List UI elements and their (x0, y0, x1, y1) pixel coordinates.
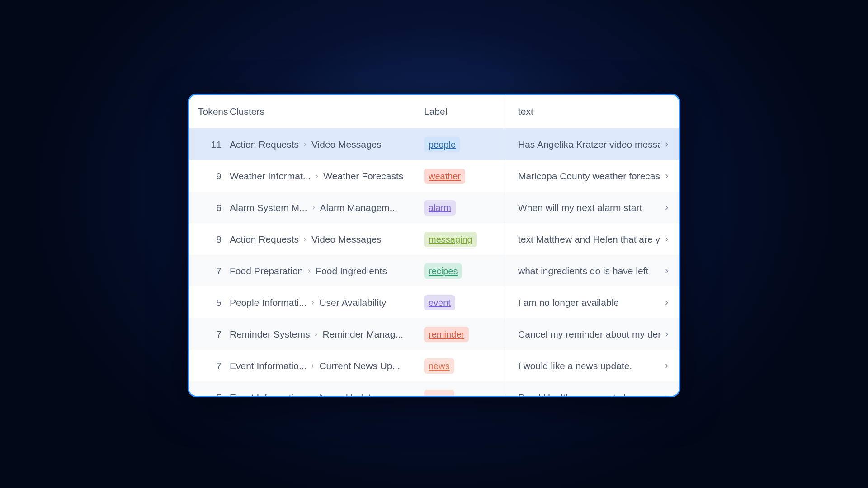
cluster-secondary: Video Messages (311, 139, 382, 150)
table-row[interactable]: 7Food PreparationFood Ingredientsrecipes… (189, 255, 679, 286)
label-badge[interactable]: alarm (424, 200, 456, 216)
header-label[interactable]: Label (424, 95, 505, 128)
chevron-right-icon (313, 332, 319, 337)
cluster-primary: Action Requests (230, 234, 299, 245)
label-badge[interactable]: weather (424, 169, 465, 184)
cell-clusters: Food PreparationFood Ingredients (230, 266, 424, 277)
cell-tokens: 5 (198, 297, 230, 308)
cell-text: Maricopa County weather forecast fo (505, 171, 670, 182)
table-row[interactable]: 7Reminder SystemsReminder Manag...remind… (189, 318, 679, 350)
cell-label: event (424, 287, 505, 318)
cell-tokens: 9 (198, 171, 230, 182)
text-content: I am no longer available (518, 297, 660, 308)
cell-text: Has Angelika Kratzer video message (505, 139, 670, 150)
text-content: When will my next alarm start (518, 202, 660, 213)
chevron-right-icon[interactable] (664, 141, 670, 148)
cell-label: news (424, 382, 505, 397)
table-row[interactable]: 5People Informati...User Availabilityeve… (189, 286, 679, 318)
cell-label: alarm (424, 192, 505, 223)
label-badge[interactable]: event (424, 295, 455, 310)
cluster-secondary: Reminder Manag... (322, 329, 403, 340)
cluster-primary: Weather Informat... (230, 171, 311, 182)
label-badge[interactable]: news (424, 358, 454, 374)
cell-text: Cancel my reminder about my dentis (505, 329, 670, 340)
chevron-right-icon[interactable] (664, 363, 670, 369)
label-badge[interactable]: messaging (424, 232, 477, 247)
header-tokens[interactable]: Tokens (198, 106, 230, 117)
data-table-panel: Tokens Clusters Label text 11Action Requ… (188, 94, 680, 397)
table-row[interactable]: 9Weather Informat...Weather Forecastswea… (189, 160, 679, 192)
cell-tokens: 7 (198, 361, 230, 371)
cluster-secondary: Video Messages (311, 234, 382, 245)
cell-label: weather (424, 160, 505, 192)
chevron-right-icon (307, 268, 312, 274)
cell-label: reminder (424, 319, 505, 350)
cluster-primary: Reminder Systems (230, 329, 310, 340)
cell-label: recipes (424, 255, 505, 286)
cell-tokens: 8 (198, 234, 230, 245)
chevron-right-icon[interactable] (664, 300, 670, 306)
cell-text: text Matthew and Helen that are you (505, 234, 670, 245)
header-clusters[interactable]: Clusters (230, 106, 424, 117)
cluster-secondary: User Availability (319, 297, 386, 308)
text-content: Maricopa County weather forecast fo (518, 171, 660, 182)
table-body: 11Action RequestsVideo MessagespeopleHas… (189, 128, 679, 397)
cell-clusters: Weather Informat...Weather Forecasts (230, 171, 424, 182)
cell-label: people (424, 129, 505, 160)
cell-clusters: Action RequestsVideo Messages (230, 139, 424, 150)
table-header: Tokens Clusters Label text (189, 95, 679, 128)
cell-clusters: People Informati...User Availability (230, 297, 424, 308)
cell-text: I am no longer available (505, 297, 670, 308)
cell-tokens: 7 (198, 266, 230, 277)
cell-text: When will my next alarm start (505, 202, 670, 213)
cell-clusters: Event Informatio...News Updates (230, 392, 424, 398)
text-content: what ingredients do is have left (518, 266, 660, 277)
text-content: I would like a news update. (518, 361, 660, 371)
cell-tokens: 11 (198, 139, 230, 150)
label-badge[interactable]: people (424, 137, 460, 152)
cell-clusters: Action RequestsVideo Messages (230, 234, 424, 245)
header-text[interactable]: text (505, 106, 670, 117)
table-row[interactable]: 11Action RequestsVideo MessagespeopleHas… (189, 128, 679, 160)
cell-label: messaging (424, 224, 505, 255)
chevron-right-icon (310, 395, 316, 398)
table-row[interactable]: 8Action RequestsVideo Messagesmessagingt… (189, 223, 679, 255)
table-row[interactable]: 6Alarm System M...Alarm Managem...alarmW… (189, 192, 679, 223)
table-row[interactable]: 5Event Informatio...News UpdatesnewsRead… (189, 381, 679, 397)
chevron-right-icon[interactable] (664, 236, 670, 243)
chevron-right-icon (314, 174, 320, 179)
chevron-right-icon[interactable] (664, 268, 670, 274)
text-content: text Matthew and Helen that are you (518, 234, 660, 245)
table-row[interactable]: 7Event Informatio...Current News Up...ne… (189, 350, 679, 381)
label-badge[interactable]: reminder (424, 327, 469, 342)
cell-tokens: 5 (198, 392, 230, 398)
cell-label: news (424, 350, 505, 381)
text-content: Cancel my reminder about my dentis (518, 329, 660, 340)
cell-tokens: 7 (198, 329, 230, 340)
cell-tokens: 6 (198, 202, 230, 213)
cell-text: what ingredients do is have left (505, 266, 670, 277)
cell-text: I would like a news update. (505, 361, 670, 371)
chevron-right-icon[interactable] (664, 173, 670, 179)
cell-clusters: Event Informatio...Current News Up... (230, 361, 424, 371)
chevron-right-icon[interactable] (664, 394, 670, 398)
chevron-right-icon (310, 300, 316, 305)
chevron-right-icon[interactable] (664, 331, 670, 338)
cell-text: Read Health newreport please (505, 392, 670, 398)
chevron-right-icon[interactable] (664, 205, 670, 211)
label-badge[interactable]: recipes (424, 263, 462, 279)
cluster-secondary: News Updates (319, 392, 381, 398)
chevron-right-icon (311, 205, 316, 211)
label-badge[interactable]: news (424, 390, 454, 398)
cluster-secondary: Alarm Managem... (320, 202, 398, 213)
chevron-right-icon (302, 237, 308, 242)
cluster-primary: Action Requests (230, 139, 299, 150)
chevron-right-icon (310, 363, 316, 369)
cell-clusters: Reminder SystemsReminder Manag... (230, 329, 424, 340)
cluster-primary: People Informati... (230, 297, 307, 308)
cluster-secondary: Weather Forecasts (323, 171, 403, 182)
cluster-primary: Event Informatio... (230, 361, 307, 371)
cell-clusters: Alarm System M...Alarm Managem... (230, 202, 424, 213)
cluster-primary: Food Preparation (230, 266, 303, 277)
chevron-right-icon (302, 142, 308, 147)
